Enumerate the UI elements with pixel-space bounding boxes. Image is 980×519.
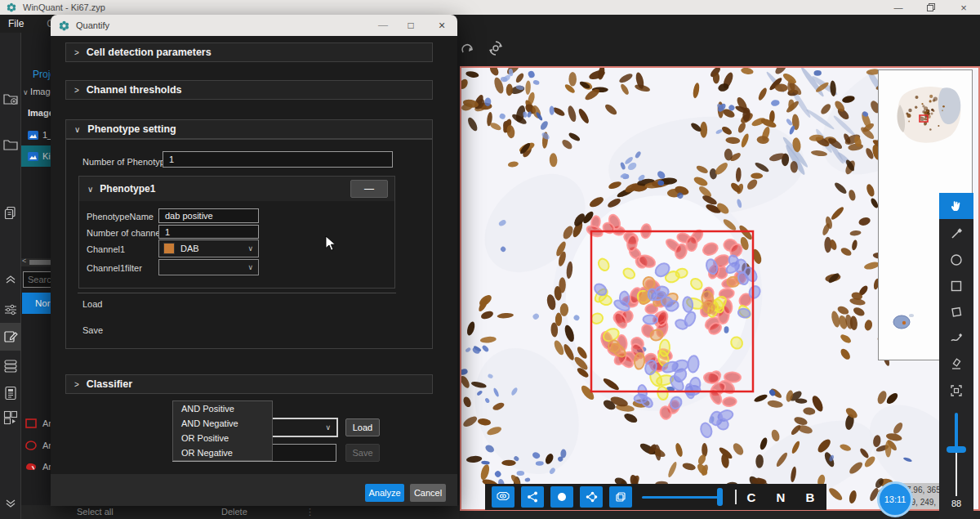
nuclei-view-button[interactable] xyxy=(550,486,573,508)
number-of-phenotypes-input[interactable]: 1 xyxy=(163,151,393,168)
chevron-right-icon: > xyxy=(74,86,79,95)
cytoplasm-toggle-button[interactable]: C xyxy=(737,490,766,504)
minimize-icon[interactable]: — xyxy=(882,0,915,15)
nucleus-toggle-button[interactable]: N xyxy=(766,490,795,504)
quantify-dialog: Quantify — □ × > Cell detection paramete… xyxy=(51,15,457,506)
ellipse-annotation-icon xyxy=(24,439,38,452)
save-button[interactable]: Save xyxy=(345,444,380,462)
boundary-toggle-button[interactable]: B xyxy=(795,490,825,504)
layers-icon[interactable] xyxy=(3,358,18,373)
folder-icon[interactable] xyxy=(3,137,18,152)
redo-icon[interactable] xyxy=(459,41,477,59)
opacity-slider-handle[interactable] xyxy=(947,446,966,453)
detection-view-button[interactable] xyxy=(492,486,514,508)
number-of-phenotypes-label: Number of Phenotypes xyxy=(82,157,175,167)
chevron-down-icon: ∨ xyxy=(87,185,93,194)
phenotype-name-label: PhenotypeName xyxy=(87,212,154,221)
circle-tool-button[interactable] xyxy=(939,247,973,273)
divider xyxy=(78,293,396,293)
crop-region-icon xyxy=(950,384,963,397)
square-icon xyxy=(950,280,963,293)
dialog-minimize-icon[interactable]: — xyxy=(376,18,390,33)
chevron-down-icon: ∨ xyxy=(247,244,253,253)
polygon-tool-button[interactable] xyxy=(939,299,973,325)
polygon-icon xyxy=(950,306,963,319)
drawing-toolbar: 88 xyxy=(939,193,973,519)
phenotype1-group: ∨ Phenotype1 — PhenotypeName dab positiv… xyxy=(78,176,395,289)
delete-button[interactable]: Delete xyxy=(221,507,247,517)
phenotype-setting-body: Number of Phenotypes 1 ∨ Phenotype1 — Ph… xyxy=(65,139,433,349)
load-button[interactable]: Load xyxy=(345,418,380,436)
dialog-title: Quantify xyxy=(76,20,109,30)
pan-tool-button[interactable] xyxy=(939,193,973,219)
detection-eye-icon xyxy=(496,490,510,504)
opacity-slider-track-lower[interactable] xyxy=(956,452,957,496)
opacity-slider-track-upper[interactable] xyxy=(955,413,958,450)
open-project-icon[interactable] xyxy=(3,92,18,106)
region-capture-button[interactable] xyxy=(939,378,973,404)
overlay-copy-button[interactable] xyxy=(609,486,632,508)
option-and-positive[interactable]: AND Positive xyxy=(173,401,272,416)
close-icon[interactable]: × xyxy=(947,0,980,15)
line-tool-button[interactable] xyxy=(939,221,973,247)
collapse-up-icon[interactable] xyxy=(3,271,18,286)
menu-file[interactable]: File xyxy=(0,18,32,29)
network-icon xyxy=(585,490,598,503)
restore-icon[interactable] xyxy=(915,0,947,15)
scroll-left-icon[interactable]: < xyxy=(22,257,26,265)
channel1-dropdown[interactable]: DAB ∨ xyxy=(158,239,259,257)
section-channel-thresholds[interactable]: > Channel thresholds xyxy=(65,80,433,100)
option-or-negative[interactable]: OR Negative xyxy=(173,445,272,460)
collapse-down-icon[interactable] xyxy=(3,497,18,512)
cancel-button[interactable]: Cancel xyxy=(410,484,446,502)
circle-icon xyxy=(950,253,963,266)
copy-pages-icon[interactable] xyxy=(3,206,18,221)
dialog-titlebar[interactable]: Quantify — □ × xyxy=(51,15,457,36)
mouse-cursor xyxy=(325,235,336,252)
filled-circle-icon xyxy=(555,490,568,503)
dialog-close-icon[interactable]: × xyxy=(434,18,449,33)
select-all-button[interactable]: Select all xyxy=(77,507,114,517)
app-title: WinQuant - Ki67.zyp xyxy=(23,2,105,12)
adjustments-icon[interactable] xyxy=(3,302,18,317)
settings-sync-icon[interactable] xyxy=(487,39,505,57)
cluster-view-button[interactable] xyxy=(580,486,603,508)
graph-view-button[interactable] xyxy=(521,486,544,508)
analyze-button[interactable]: Analyze xyxy=(365,484,404,502)
image-thumb-icon xyxy=(28,131,38,140)
zoom-level-badge[interactable]: 13:11 xyxy=(877,481,913,517)
overlap-squares-icon xyxy=(614,490,627,503)
workspace-grid-icon[interactable] xyxy=(3,410,18,425)
overlay-opacity-slider[interactable] xyxy=(642,486,732,508)
annotation-actions-bar: Select all Delete ⋮ xyxy=(21,505,459,519)
eraser-tool-button[interactable] xyxy=(939,351,973,378)
remove-phenotype-button[interactable]: — xyxy=(350,180,388,198)
dialog-footer: Analyze Cancel xyxy=(51,474,457,506)
slider-handle[interactable] xyxy=(717,488,723,506)
edit-annotations-icon[interactable] xyxy=(3,329,18,344)
channel1filter-dropdown[interactable]: ∨ xyxy=(158,259,259,275)
channel1filter-label: Channel1filter xyxy=(87,263,142,273)
section-cell-detection[interactable]: > Cell detection parameters xyxy=(65,43,433,62)
chevron-right-icon: > xyxy=(74,380,79,389)
phenotype-name-input[interactable]: dab positive xyxy=(158,208,259,223)
rectangle-tool-button[interactable] xyxy=(939,273,973,299)
section-phenotype-setting[interactable]: ∨ Phenotype setting xyxy=(65,119,433,139)
number-of-channel-input[interactable]: 1 xyxy=(158,225,259,239)
chevron-down-icon: ∨ xyxy=(325,423,331,432)
option-or-positive[interactable]: OR Positive xyxy=(173,431,272,445)
freehand-annotation-icon xyxy=(24,460,38,473)
more-options-icon[interactable]: ⋮ xyxy=(305,507,314,517)
section-classifier[interactable]: > Classifier xyxy=(65,374,433,394)
eraser-icon xyxy=(950,358,963,371)
option-and-negative[interactable]: AND Negative xyxy=(173,416,272,431)
chevron-right-icon: > xyxy=(74,48,79,57)
phenotype1-header[interactable]: ∨ Phenotype1 — xyxy=(79,177,394,201)
rect-annotation-icon xyxy=(24,417,38,430)
chevron-down-icon: ∨ xyxy=(74,125,80,134)
report-icon[interactable] xyxy=(3,386,18,400)
pen-icon xyxy=(950,227,963,240)
save-label: Save xyxy=(82,325,103,335)
freehand-tool-button[interactable] xyxy=(939,325,973,351)
dialog-maximize-icon[interactable]: □ xyxy=(403,18,418,33)
